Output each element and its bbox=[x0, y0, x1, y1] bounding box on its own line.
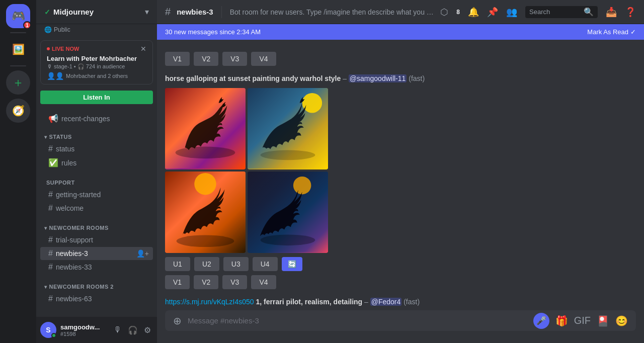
hash-icon: # bbox=[48, 190, 53, 199]
sidebar-item-recent-changes[interactable]: 📢 recent-changes bbox=[40, 112, 153, 125]
sidebar-item-welcome[interactable]: # welcome bbox=[40, 202, 153, 215]
pin-icon[interactable]: 📌 bbox=[487, 7, 498, 18]
channel-name-label: newbies-63 bbox=[56, 295, 92, 303]
search-bar[interactable]: 🔍 bbox=[525, 6, 598, 18]
audience-icon: 🎧 bbox=[77, 63, 85, 69]
channel-name-label: welcome bbox=[56, 204, 84, 212]
hash-icon: # bbox=[48, 144, 53, 153]
prompt-separator: – bbox=[343, 74, 349, 82]
image-grid bbox=[165, 88, 328, 253]
hash-icon: # bbox=[48, 204, 53, 213]
dropdown-icon: ▾ bbox=[145, 7, 149, 17]
message-link[interactable]: https://s.mj.run/vKqLzI4s050 bbox=[165, 298, 254, 306]
image-bottom-left bbox=[165, 172, 246, 253]
u2-button[interactable]: U2 bbox=[194, 257, 219, 271]
channel-sidebar: ✓ Midjourney ▾ 🌐 Public LIVE NOW ✕ Learn… bbox=[36, 0, 157, 343]
add-server-button[interactable]: ＋ bbox=[6, 70, 30, 95]
upscale-buttons: U1 U2 U3 U4 🔄 bbox=[165, 257, 636, 271]
u3-button[interactable]: U3 bbox=[223, 257, 249, 271]
v3-button-top[interactable]: V3 bbox=[222, 52, 247, 66]
add-attachment-icon[interactable]: ⊕ bbox=[173, 315, 182, 327]
mark-read-button[interactable]: Mark As Read ✓ bbox=[587, 28, 636, 36]
channel-name-label: newbies-3 bbox=[56, 249, 88, 258]
bell-icon[interactable]: 🔔 bbox=[468, 7, 479, 18]
stage-icon: 🎙 bbox=[47, 63, 52, 69]
microphone-button[interactable]: 🎙 bbox=[112, 323, 124, 337]
v2-button-bottom[interactable]: V2 bbox=[194, 275, 218, 289]
hash-icon: # bbox=[48, 235, 53, 244]
prompt-bold: horse galloping at sunset painting andy … bbox=[165, 74, 341, 82]
header-divider bbox=[221, 6, 222, 18]
u1-button[interactable]: U1 bbox=[165, 257, 190, 271]
headset-button[interactable]: 🎧 bbox=[126, 323, 140, 337]
hash-icon: # bbox=[48, 294, 53, 303]
help-icon[interactable]: ❓ bbox=[625, 7, 636, 18]
status-dot bbox=[51, 333, 56, 338]
sidebar-item-newbies-33[interactable]: # newbies-33 bbox=[40, 261, 153, 274]
explore-button[interactable]: 🧭 bbox=[6, 99, 30, 123]
channel-name-label: rules bbox=[61, 159, 76, 167]
thread-icon[interactable]: ⬡ bbox=[440, 7, 448, 18]
v1-button-top[interactable]: V1 bbox=[165, 52, 190, 66]
section-label: SUPPORT bbox=[46, 180, 75, 186]
avatar: S bbox=[40, 322, 56, 338]
sidebar-item-getting-started[interactable]: # getting-started bbox=[40, 188, 153, 201]
section-status[interactable]: ▾ STATUS bbox=[36, 126, 157, 142]
live-badge: LIVE NOW bbox=[47, 46, 79, 52]
gift-icon[interactable]: 🎁 bbox=[555, 315, 568, 327]
message-input-container: ⊕ 🎤 🎁 GIF 🎴 😊 bbox=[165, 310, 636, 331]
v4-button-top[interactable]: V4 bbox=[251, 52, 276, 66]
listen-in-button[interactable]: Listen In bbox=[40, 91, 153, 104]
u4-button[interactable]: U4 bbox=[253, 257, 278, 271]
live-dot bbox=[47, 47, 50, 50]
messages-content: V1 V2 V3 V4 horse galloping at sunset pa… bbox=[157, 40, 644, 310]
hash-icon: # bbox=[48, 263, 53, 272]
section-newcomer-rooms-2[interactable]: ▾ NEWCOMER ROOMS 2 bbox=[36, 276, 157, 292]
svg-point-3 bbox=[302, 93, 323, 113]
sidebar-item-newbies-3[interactable]: # newbies-3 👤+ bbox=[40, 247, 153, 260]
new-messages-bar[interactable]: 30 new messages since 2:34 AM Mark As Re… bbox=[157, 24, 644, 40]
gif-icon[interactable]: GIF bbox=[574, 315, 591, 326]
discord-server-icon[interactable]: 🎮 1 bbox=[6, 4, 30, 28]
section-support[interactable]: SUPPORT bbox=[36, 172, 157, 188]
user-area: S samgoodw... #1598 🎙 🎧 ⚙ bbox=[36, 317, 157, 343]
v4-button-bottom[interactable]: V4 bbox=[251, 275, 276, 289]
settings-button[interactable]: ⚙ bbox=[142, 323, 153, 337]
members-icon[interactable]: 👥 bbox=[506, 7, 517, 18]
v3-button-bottom[interactable]: V3 bbox=[222, 275, 247, 289]
verified-icon: ✓ bbox=[44, 8, 50, 16]
main-content: # newbies-3 Bot room for new users. Type… bbox=[157, 0, 644, 343]
section-arrow: ▾ bbox=[44, 284, 47, 290]
emoji-icon[interactable]: 😊 bbox=[615, 315, 628, 327]
inbox-icon[interactable]: 📥 bbox=[606, 7, 617, 18]
svg-point-4 bbox=[261, 150, 315, 160]
sidebar-item-status[interactable]: # status bbox=[40, 142, 153, 155]
username: samgoodw... bbox=[60, 323, 108, 331]
message-block-top-buttons: V1 V2 V3 V4 bbox=[165, 48, 636, 66]
section-newcomer-rooms[interactable]: ▾ NEWCOMER ROOMS bbox=[36, 217, 157, 233]
live-now-banner: LIVE NOW ✕ Learn with Peter Mohrbacher 🎙… bbox=[40, 40, 153, 84]
server-header[interactable]: ✓ Midjourney ▾ bbox=[36, 0, 157, 24]
user-controls: 🎙 🎧 ⚙ bbox=[112, 323, 153, 337]
search-input[interactable] bbox=[529, 8, 581, 16]
midjourney-server-icon[interactable]: 🖼️ bbox=[6, 37, 30, 61]
sticker-icon[interactable]: 🎴 bbox=[597, 315, 609, 327]
v1-button-bottom[interactable]: V1 bbox=[165, 275, 190, 289]
sidebar-item-newbies-63[interactable]: # newbies-63 bbox=[40, 292, 153, 305]
message-input[interactable] bbox=[188, 310, 527, 331]
section-label: NEWCOMER ROOMS bbox=[49, 225, 109, 231]
close-live-button[interactable]: ✕ bbox=[140, 45, 146, 53]
live-participants: 👤👤 Mohrbacher and 2 others bbox=[47, 72, 146, 80]
server-divider-2 bbox=[10, 65, 26, 66]
sidebar-item-trial-support[interactable]: # trial-support bbox=[40, 233, 153, 246]
mark-read-label: Mark As Read bbox=[587, 28, 628, 36]
hash-icon: # bbox=[48, 249, 53, 258]
top-action-buttons: V1 V2 V3 V4 bbox=[165, 52, 636, 66]
voice-button[interactable]: 🎤 bbox=[533, 313, 549, 329]
sidebar-item-rules[interactable]: ✅ rules bbox=[40, 156, 153, 169]
speed-label: (fast) bbox=[409, 74, 425, 82]
refresh-button[interactable]: 🔄 bbox=[282, 257, 302, 271]
v2-button-top[interactable]: V2 bbox=[194, 52, 218, 66]
channel-hash-icon: # bbox=[165, 6, 171, 18]
prompt-separator-2: – bbox=[364, 298, 370, 306]
